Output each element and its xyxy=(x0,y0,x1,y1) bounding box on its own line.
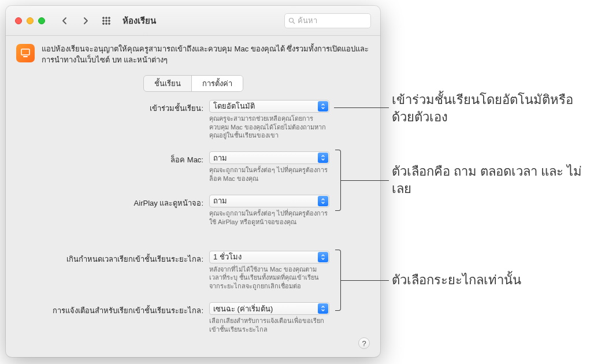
close-window-button[interactable] xyxy=(15,17,22,24)
svg-point-0 xyxy=(103,17,105,18)
join-class-help: คุณครูจะสามารถช่วยเหลือคุณโดยการควบคุม M… xyxy=(209,114,329,140)
svg-rect-12 xyxy=(23,56,28,57)
window-controls xyxy=(15,17,45,24)
tabs: ชั้นเรียน การตั้งค่า xyxy=(6,75,380,92)
callout-line xyxy=(341,280,389,281)
chevron-updown-icon xyxy=(318,153,328,163)
airplay-label: AirPlay และดูหน้าจอ: xyxy=(27,195,209,209)
lock-mac-help: คุณจะถูกถามในครั้งต่อๆ ไปที่คุณครูต้องกา… xyxy=(209,166,329,183)
search-placeholder: ค้นหา xyxy=(298,14,317,27)
remote-timeout-value: 1 ชั่วโมง xyxy=(213,251,242,263)
preferences-window: ห้องเรียน ค้นหา แอปห้องเรียนจะอนุญาตให้ค… xyxy=(6,6,380,357)
join-class-select[interactable]: โดยอัตโนมัติ xyxy=(209,100,329,113)
settings-form: เข้าร่วมชั้นเรียน: โดยอัตโนมัติ คุณครูจะ… xyxy=(6,100,380,342)
callout-bracket xyxy=(335,150,341,211)
search-icon xyxy=(288,17,295,24)
titlebar: ห้องเรียน ค้นหา xyxy=(6,6,380,36)
help-button[interactable]: ? xyxy=(358,337,370,349)
svg-point-8 xyxy=(109,23,110,24)
tab-settings[interactable]: การตั้งค่า xyxy=(192,76,243,91)
forward-button[interactable] xyxy=(77,14,94,28)
remote-timeout-select[interactable]: 1 ชั่วโมง xyxy=(209,251,329,263)
callout-line xyxy=(334,107,389,108)
callout-bracket xyxy=(335,250,341,311)
remote-timeout-help: หลังจากที่ไม่ได้ใช้งาน Mac ของคุณตามเวลา… xyxy=(209,265,329,291)
join-class-label: เข้าร่วมชั้นเรียน: xyxy=(27,100,209,114)
callout-remote: ตัวเลือกระยะไกลเท่านั้น xyxy=(392,272,521,289)
chevron-updown-icon xyxy=(318,252,328,262)
svg-point-5 xyxy=(109,20,110,21)
airplay-select[interactable]: ถาม xyxy=(209,195,329,207)
remote-timeout-label: เกินกำหนดเวลาเรียกเข้าชั้นเรียนระยะไกล: xyxy=(27,251,209,265)
description-text: แอปห้องเรียนจะอนุญาตให้คุณครูสามารถเข้าถ… xyxy=(42,44,370,66)
svg-point-9 xyxy=(290,18,294,22)
lock-mac-select[interactable]: ถาม xyxy=(209,151,329,164)
lock-mac-label: ล็อค Mac: xyxy=(27,151,209,166)
svg-point-4 xyxy=(106,20,107,21)
window-title: ห้องเรียน xyxy=(123,14,280,28)
zoom-window-button[interactable] xyxy=(38,17,45,24)
airplay-value: ถาม xyxy=(213,195,227,207)
search-field[interactable]: ค้นหา xyxy=(284,13,371,28)
svg-point-1 xyxy=(106,17,107,18)
remote-alert-select[interactable]: เซนฉะ (ค่าเริ่มต้น) xyxy=(209,302,329,315)
lock-mac-value: ถาม xyxy=(213,152,227,164)
remote-alert-help: เลือกเสียงสำหรับการแจ้งเตือนเพื่อขอเรียก… xyxy=(209,317,329,334)
remote-alert-label: การแจ้งเตือนสำหรับเรียกเข้าชั้นเรียนระยะ… xyxy=(27,302,209,317)
svg-point-6 xyxy=(103,23,105,24)
svg-point-2 xyxy=(109,17,110,18)
svg-line-10 xyxy=(293,22,295,24)
classroom-app-icon xyxy=(16,44,35,62)
airplay-help: คุณจะถูกถามในครั้งต่อๆ ไปที่คุณครูต้องกา… xyxy=(209,209,329,226)
chevron-updown-icon xyxy=(318,196,328,206)
svg-point-7 xyxy=(106,23,107,24)
svg-rect-11 xyxy=(21,49,29,55)
chevron-updown-icon xyxy=(318,101,328,112)
back-button[interactable] xyxy=(57,14,73,28)
tab-classes[interactable]: ชั้นเรียน xyxy=(144,76,192,91)
join-class-value: โดยอัตโนมัติ xyxy=(213,100,255,112)
header: แอปห้องเรียนจะอนุญาตให้คุณครูสามารถเข้าถ… xyxy=(6,36,380,72)
remote-alert-value: เซนฉะ (ค่าเริ่มต้น) xyxy=(213,303,273,315)
chevron-updown-icon xyxy=(318,303,328,314)
svg-point-3 xyxy=(103,20,105,21)
show-all-button[interactable] xyxy=(98,14,114,28)
callout-line xyxy=(341,180,389,181)
callout-ask: ตัวเลือกคือ ถาม ตลอดเวลา และ ไม่เลย xyxy=(392,163,590,197)
minimize-window-button[interactable] xyxy=(27,17,34,24)
callout-join: เข้าร่วมชั้นเรียนโดยอัตโนมัติหรือด้วยตัว… xyxy=(392,91,590,125)
